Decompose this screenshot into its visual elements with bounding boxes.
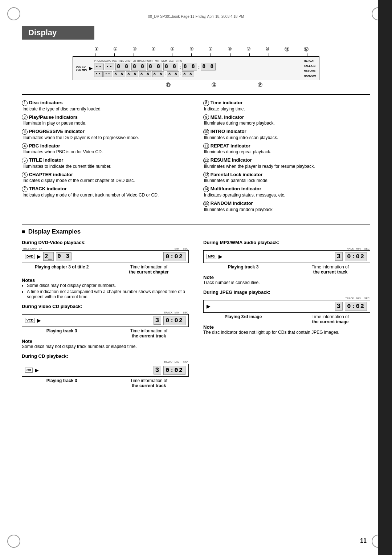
random-label: RANDOM (304, 73, 316, 78)
num-3: ③ (132, 46, 137, 53)
indicator-8: 8 Time indicator Indicate playing time. (203, 100, 370, 112)
mp3-disp-labels: TRACK MIN SEC (203, 247, 370, 250)
play-indicator-diag: ▶ (89, 66, 93, 71)
indicator-7: 7 TRACK indicator Indicates display mode… (22, 186, 189, 198)
dvd-caption-1: Playing chapter 3 of title 2 (22, 264, 102, 275)
vcd-disc-indicator: VCD (25, 318, 35, 323)
vcd-note: Note Some discs may not display track nu… (22, 339, 189, 349)
mp3-wma-subtitle: During MP3/WMA audio playback: (203, 240, 370, 245)
diag-bot-4: 8 8 (126, 71, 138, 77)
indicators-section: 1 Disc indicators Indicate the type of d… (22, 94, 370, 215)
cd-example: During CD playback: TRACK MIN SEC CD ▶ 3 (22, 353, 189, 388)
jpeg-subtitle: During JPEG image playback: (203, 289, 370, 295)
dvd-title-digit: 2̲ (43, 252, 54, 261)
resume-label: RESUME (304, 68, 316, 73)
vcd-display: VCD ▶ 3 0:02 (22, 314, 189, 327)
vcd-disp-labels: TRACK MIN SEC (22, 311, 189, 314)
vcd-mp3-label: VCD MP3 (76, 68, 87, 72)
jpeg-time-digit: 0:02 (345, 302, 367, 311)
indicator-5: 5 TITLE indicator Illuminates to indicat… (22, 157, 189, 169)
jpeg-caption-1: Playing 3rd image (203, 314, 283, 324)
mp3-disc-indicator: MP3 (207, 254, 216, 259)
dvd-cd-label: DVD CD (76, 65, 87, 68)
indicator-9: 9 MEM. indicator Illuminates during memo… (203, 114, 370, 126)
jpeg-example: During JPEG image playback: TRACK MIN SE… (203, 289, 370, 335)
jpeg-caption: Playing 3rd image Time information of th… (203, 314, 370, 324)
dvd-caption: Playing chapter 3 of title 2 Time inform… (22, 264, 189, 275)
num-7: ⑦ (208, 46, 213, 53)
vcd-caption-2: Time information of the current track (109, 328, 189, 339)
examples-title: Display Examples (22, 228, 370, 235)
dvd-play-arrow: ▶ (37, 254, 41, 259)
diag-prog-box: ▪▪ (94, 64, 103, 70)
jpeg-note: Note The disc indicator does not light u… (203, 324, 370, 335)
num-8: ⑧ (228, 46, 232, 53)
cd-display: CD ▶ 3 0:02 (22, 364, 189, 377)
indicator-13: 13 Parental Lock indicator Illuminates i… (203, 172, 370, 183)
dvd-disc-indicator: DVD (25, 254, 35, 259)
page-number: 11 (360, 538, 367, 544)
corner-decoration-bl (7, 535, 20, 548)
examples-left-col: During DVD-Video playback: TITLE CHAPTER… (22, 240, 189, 393)
examples-right-col: During MP3/WMA audio playback: TRACK MIN… (203, 240, 370, 393)
num-6: ⑥ (189, 46, 194, 53)
diagram-numbers-bottom: ⑬ ⑭ ⑮ (73, 80, 319, 88)
vcd-caption: Playing track 3 Time information of the … (22, 328, 189, 339)
mp3-caption: Playing track 3 Time information of the … (203, 264, 370, 275)
corner-decoration-tl (7, 7, 20, 20)
num-9: ⑨ (246, 46, 251, 53)
repeat-label: REPEAT (304, 58, 316, 64)
top-file-info: 00_DV-SP301.book Page 11 Friday, April 1… (22, 15, 370, 19)
num-5: ⑤ (170, 46, 175, 53)
indicators-right-col: 8 Time indicator Indicate playing time. … (203, 100, 370, 215)
video-cd-example: During Video CD playback: TRACK MIN SEC … (22, 304, 189, 349)
diag-bot-8: 8 8 (182, 71, 194, 77)
indicator-4: 4 PBC indicator Illuminates when PBC is … (22, 143, 189, 155)
cd-track-digit: 3 (154, 366, 161, 374)
jpeg-track-digit: 3 (335, 302, 343, 311)
mp3-time-digit: 0:02 (345, 252, 367, 261)
num-1: ① (94, 46, 99, 53)
indicator-14: 14 Multifunction indicator Indicates ope… (203, 186, 370, 198)
dvd-disp-labels: TITLE CHAPTER MIN SEC (22, 247, 189, 250)
diag-chapter-box: 8 8 (131, 63, 146, 70)
vcd-play-arrow: ▶ (37, 317, 41, 323)
diag-min-box: 8 8 (182, 63, 197, 70)
jpeg-display: ▶ 3 0:02 (203, 300, 370, 313)
jpeg-caption-2: Time information of the current image (290, 314, 370, 324)
cd-disp-labels: TRACK MIN SEC (22, 361, 189, 364)
cd-subtitle: During CD playback: (22, 353, 189, 359)
diag-bot-5: 8 8 (139, 71, 151, 77)
examples-section: Display Examples During DVD-Video playba… (22, 224, 370, 393)
indicator-15: 15 RANDOM indicator Illuminates during r… (203, 200, 370, 212)
examples-grid: During DVD-Video playback: TITLE CHAPTER… (22, 240, 370, 393)
num-14: ⑭ (212, 82, 216, 88)
right-indicator-labels: REPEAT TALLA-B RESUME RANDOM (304, 58, 316, 78)
indicator-12: 12 RESUME indicator Illuminates when the… (203, 157, 370, 169)
diag-bottom-row: ▪▪ ▪▪ 8 8 8 8 8 8 8 8 : 8 8 : 8 8 (94, 71, 301, 77)
diag-bot-3: 8 8 (113, 71, 125, 77)
diag-indicator-labels: PROGRESSIVE PBC TITLE CHAPTER TRACK HOUR… (94, 60, 301, 62)
indicator-6: 6 CHAPTER indicator Indicates display mo… (22, 172, 189, 183)
jpeg-play-arrow: ▶ (207, 303, 211, 309)
dvd-caption-2: Time information of the current chapter (109, 264, 189, 275)
vcd-time-digit: 0:02 (163, 316, 185, 325)
main-content: Display ① ② ③ ④ ⑤ ⑥ ⑦ ⑧ ⑨ ⑩ ⑪ ⑫ (22, 26, 370, 393)
num-13: ⑬ (166, 82, 171, 88)
diag-bot-7: 8 8 (167, 71, 179, 77)
jpeg-disp-labels: TRACK MIN SEC (203, 297, 370, 300)
mp3-caption-2: Time information of the current track (290, 264, 370, 275)
indicator-10: 10 INTRO indicator Illuminates during in… (203, 129, 370, 140)
num-15: ⑮ (258, 82, 262, 88)
display-diagram: DVD CD VCD MP3 ▶ PROGRESSIVE PBC TITLE C… (73, 56, 319, 80)
talla-b-label: TALLA-B (304, 64, 316, 69)
indicator-1: 1 Disc indicators Indicate the type of d… (22, 100, 189, 112)
cd-caption: Playing track 3 Time information of the … (22, 378, 189, 388)
diag-bot-2: ▪▪ (103, 71, 112, 77)
cd-caption-1: Playing track 3 (22, 378, 102, 388)
vcd-caption-1: Playing track 3 (22, 328, 102, 339)
indicator-3: 3 PROGRESSIVE indicator Illuminates when… (22, 129, 189, 140)
tick-lines-top (73, 53, 319, 56)
mp3-track-digit: 3 (335, 252, 343, 261)
diag-pbc-box: ▪▪ (105, 64, 114, 70)
